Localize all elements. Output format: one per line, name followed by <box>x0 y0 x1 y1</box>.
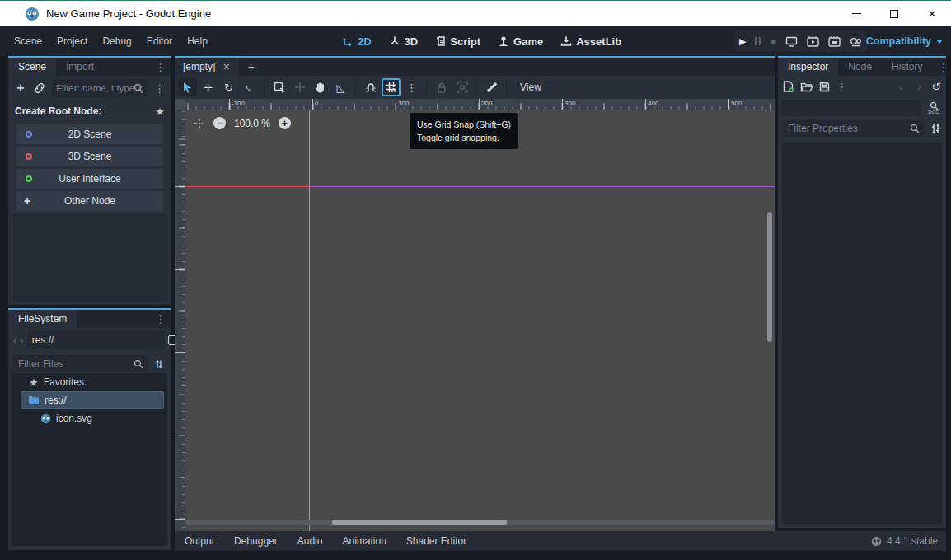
instance-scene-button[interactable] <box>33 82 46 94</box>
minimize-button[interactable] <box>837 1 875 26</box>
lock-selected-button[interactable] <box>432 78 451 96</box>
dock-options-icon[interactable]: ⋮ <box>149 58 171 76</box>
selectable-list-button[interactable] <box>269 78 288 96</box>
create-3d-scene-button[interactable]: 3D Scene <box>16 147 163 166</box>
favorites-row[interactable]: ★ Favorites: <box>12 373 167 391</box>
play-custom-scene-button[interactable] <box>828 36 841 47</box>
file-row-icon-svg[interactable]: icon.svg <box>12 409 167 427</box>
new-scene-tab-button[interactable]: + <box>239 58 264 76</box>
dock-options-icon[interactable]: ⋮ <box>932 58 951 76</box>
sort-files-icon[interactable]: ⇅ <box>152 358 166 371</box>
menu-debug[interactable]: Debug <box>95 35 138 47</box>
scene-tab-empty[interactable]: [empty] ✕ <box>175 58 239 76</box>
filter-properties-input[interactable] <box>783 120 924 137</box>
movie-maker-button[interactable] <box>850 36 862 47</box>
root-folder-row[interactable]: res:// <box>21 391 164 409</box>
zoom-percentage[interactable]: 100.0 % <box>234 118 270 129</box>
zoom-in-button[interactable]: + <box>279 117 291 129</box>
tab-filesystem[interactable]: FileSystem <box>8 310 77 328</box>
create-other-node-button[interactable]: + Other Node <box>16 191 163 211</box>
vertical-ruler[interactable]: 0100200300400 <box>175 110 185 531</box>
mode-assetlib[interactable]: AssetLib <box>556 35 625 48</box>
x-axis-line <box>185 186 309 187</box>
menu-help[interactable]: Help <box>180 35 215 47</box>
center-view-icon[interactable] <box>194 118 205 129</box>
history-forward-icon[interactable]: › <box>913 81 925 93</box>
zoom-out-button[interactable]: − <box>213 117 226 129</box>
bottom-output[interactable]: Output <box>175 535 224 547</box>
stop-button[interactable]: ■ <box>771 36 776 46</box>
canvas-toolbar: ✛ ↻ ↔ ◺ ⋮ View <box>175 76 775 99</box>
nav-back-icon[interactable]: ‹ <box>13 334 16 347</box>
mode-2d[interactable]: 2D <box>338 35 376 48</box>
skeleton-options-button[interactable] <box>482 78 501 96</box>
ruler-tool-button[interactable]: ◺ <box>331 78 350 96</box>
smart-snap-icon <box>365 82 377 93</box>
grid-snap-button[interactable] <box>382 78 401 96</box>
viewport: -1000100200300400500 0100200300400 − 100… <box>175 99 775 531</box>
scale-tool-button[interactable]: ↔ <box>240 78 259 96</box>
tab-import[interactable]: Import <box>56 58 104 76</box>
add-node-button[interactable]: + <box>13 81 28 96</box>
tab-node[interactable]: Node <box>838 58 882 76</box>
canvas-2d[interactable]: − 100.0 % + Use Grid Snap (Shift+G) Togg… <box>185 110 775 531</box>
snap-options-icon[interactable]: ⋮ <box>402 78 421 96</box>
maximize-button[interactable] <box>875 1 913 26</box>
menu-project[interactable]: Project <box>49 35 95 47</box>
object-history-icon[interactable]: ↺ <box>931 80 941 93</box>
version-label[interactable]: 4.4.1.stable <box>887 535 938 547</box>
rotate-tool-button[interactable]: ↻ <box>219 78 238 96</box>
mode-3d[interactable]: 3D <box>385 35 423 48</box>
history-back-icon[interactable]: ‹ <box>895 81 906 93</box>
pause-button[interactable] <box>755 37 761 45</box>
scene-tree-options-icon[interactable]: ⋮ <box>152 82 166 95</box>
smart-snap-button[interactable] <box>361 78 380 96</box>
group-selected-button[interactable] <box>452 78 471 96</box>
nav-forward-icon[interactable]: › <box>20 334 23 347</box>
new-resource-icon[interactable] <box>783 81 794 92</box>
move-tool-button[interactable]: ✛ <box>199 78 218 96</box>
play-scene-button[interactable] <box>807 36 819 47</box>
close-button[interactable]: ✕ <box>913 1 951 26</box>
object-name-field[interactable] <box>781 100 921 116</box>
save-resource-icon[interactable] <box>819 82 830 92</box>
tab-inspector[interactable]: Inspector <box>778 58 838 76</box>
y-axis-line <box>309 110 310 531</box>
load-resource-icon[interactable] <box>800 82 813 92</box>
path-input[interactable] <box>27 331 165 349</box>
horizontal-scrollbar-thumb[interactable] <box>332 520 507 525</box>
ruler-major-tick <box>175 269 185 270</box>
vertical-scrollbar[interactable] <box>767 212 772 342</box>
menu-scene[interactable]: Scene <box>7 35 49 47</box>
mode-game[interactable]: Game <box>494 35 547 48</box>
select-tool-button[interactable] <box>178 78 197 96</box>
play-button[interactable]: ▶ <box>739 36 746 47</box>
renderer-selector[interactable]: Compatibility <box>866 26 943 56</box>
menu-editor[interactable]: Editor <box>139 35 180 47</box>
horizontal-ruler[interactable]: -1000100200300400500 <box>185 99 775 110</box>
manage-properties-icon[interactable] <box>930 124 941 134</box>
tab-scene[interactable]: Scene <box>8 58 56 76</box>
view-menu-button[interactable]: View <box>512 82 550 93</box>
ruler-label: 0 <box>315 100 318 107</box>
tooltip-description: Toggle grid snapping. <box>417 131 511 144</box>
tab-history[interactable]: History <box>882 58 932 76</box>
pivot-tool-button[interactable] <box>290 78 309 96</box>
create-2d-scene-button[interactable]: 2D Scene <box>16 124 163 144</box>
bottom-audio[interactable]: Audio <box>288 535 333 547</box>
close-tab-icon[interactable]: ✕ <box>223 62 230 72</box>
bottom-animation[interactable]: Animation <box>332 535 396 547</box>
dock-options-icon[interactable]: ⋮ <box>149 310 171 328</box>
open-docs-button[interactable]: DOC <box>925 101 943 114</box>
bottom-debugger[interactable]: Debugger <box>224 535 288 547</box>
create-ui-scene-button[interactable]: User Interface <box>16 169 163 189</box>
ruler-label: 0 <box>175 180 176 184</box>
favorites-star-icon[interactable]: ★ <box>155 105 165 118</box>
bottom-shader-editor[interactable]: Shader Editor <box>396 535 476 547</box>
remote-debug-icon[interactable] <box>785 36 798 47</box>
filter-files-input[interactable] <box>13 355 148 373</box>
folder-icon <box>28 395 40 405</box>
mode-script[interactable]: Script <box>431 35 485 48</box>
resource-options-icon[interactable]: ⋮ <box>836 81 847 93</box>
pan-tool-button[interactable] <box>311 78 330 96</box>
